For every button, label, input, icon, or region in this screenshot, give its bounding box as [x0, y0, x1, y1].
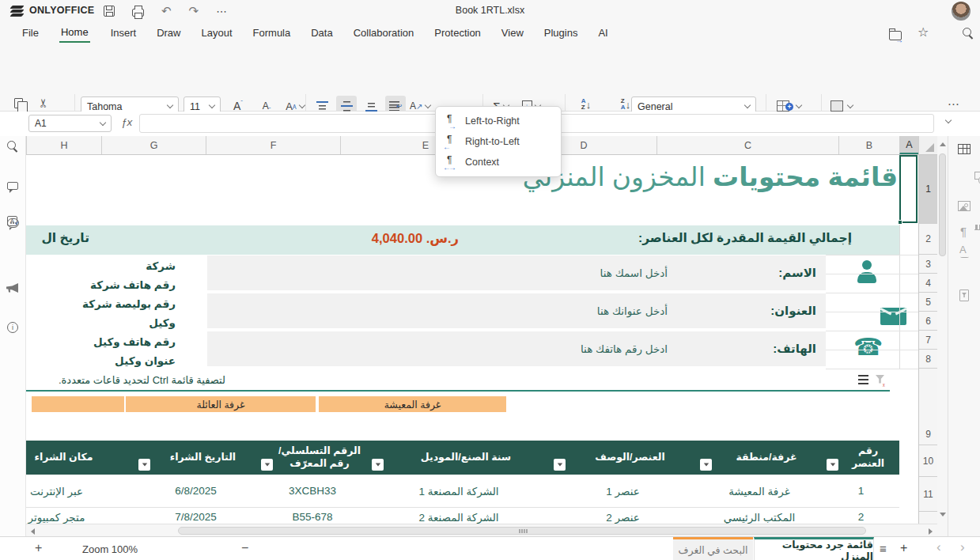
chart-settings-icon[interactable]	[974, 220, 980, 230]
cell-item[interactable]: عنصر 1	[550, 475, 696, 507]
cell-year-model[interactable]: الشركة المصنعة 2	[368, 511, 550, 524]
sidebar-comments-icon[interactable]	[7, 182, 18, 190]
cell-purchase-date[interactable]: 6/8/2025	[134, 475, 257, 507]
clear-slicer-filter-icon[interactable]: ₓ	[876, 374, 887, 386]
contact-field-address[interactable]: العنوان: أدخل عنوانك هنا	[207, 293, 826, 328]
collapse-formula-bar-icon[interactable]	[945, 117, 952, 123]
open-file-location-icon[interactable]	[889, 31, 902, 40]
prev-sheet-button[interactable]: ‹	[936, 539, 941, 555]
favorite-star-icon[interactable]: ☆	[918, 25, 929, 40]
cell-item-number[interactable]: 1	[823, 475, 899, 507]
company-label-4[interactable]: وكيل	[26, 316, 176, 329]
menu-tab-formula[interactable]: Formula	[253, 27, 291, 39]
cell-purchase-place[interactable]: عبر الإنترنت	[26, 475, 134, 507]
column-header-g[interactable]: G	[101, 136, 206, 154]
contact-field-phone[interactable]: الهاتف: ادخل رقم هاتفك هنا	[207, 331, 826, 366]
row-header-4[interactable]: 4	[919, 274, 937, 293]
row-header-6[interactable]: 6	[919, 312, 937, 331]
table-header-serial[interactable]: الرقم التسلسلي/ رقم المعرّف	[257, 441, 368, 475]
sheet-title[interactable]: قائمة محتويات المخزون المنزلي	[523, 161, 898, 192]
selected-cell-a1[interactable]	[899, 155, 918, 223]
table-header-year-model[interactable]: سنة الصنع/الموديل	[368, 441, 550, 475]
scroll-right-icon[interactable]	[929, 528, 933, 535]
menu-tab-layout[interactable]: Layout	[202, 27, 233, 39]
sheet-grid[interactable]: قائمة محتويات المخزون المنزلي إجمالي الق…	[26, 155, 918, 524]
row-header-2[interactable]: 2	[919, 224, 937, 255]
row-header-9[interactable]: 9	[919, 369, 937, 445]
row-header-3[interactable]: 3	[919, 255, 937, 274]
paragraph-settings-icon[interactable]: ¶	[960, 225, 967, 238]
row-header-8[interactable]: 8	[919, 350, 937, 369]
fill-handle[interactable]	[898, 220, 902, 225]
company-label-5[interactable]: رقم هاتف وكيل	[26, 335, 176, 348]
cell-serial[interactable]: B55-678	[257, 511, 368, 524]
menu-tab-file[interactable]: File	[22, 27, 39, 39]
column-header-b[interactable]: B	[838, 136, 899, 154]
row-header-5[interactable]: 5	[919, 293, 937, 312]
table-header-item[interactable]: العنصر/الوصف	[550, 441, 696, 475]
menu-tab-data[interactable]: Data	[311, 27, 332, 39]
menu-tab-insert[interactable]: Insert	[111, 27, 137, 39]
filter-button[interactable]	[261, 459, 273, 471]
sheet-list-button[interactable]: ≡	[880, 542, 887, 555]
sheet-tab-room-search[interactable]: البحث في الغرف	[673, 537, 753, 560]
cell-serial[interactable]: 3XCBH33	[257, 475, 368, 507]
menu-tab-draw[interactable]: Draw	[157, 27, 180, 39]
menu-tab-protection[interactable]: Protection	[434, 27, 481, 39]
zoom-level[interactable]: Zoom 100%	[82, 543, 138, 555]
table-header-purchase-place[interactable]: مكان الشراء	[26, 441, 134, 475]
cell-room[interactable]: المكتب الرئيسي	[696, 511, 823, 524]
row-header-7[interactable]: 7	[919, 331, 937, 350]
scroll-left-icon[interactable]	[31, 528, 35, 535]
column-header-c[interactable]: C	[656, 136, 838, 154]
shape-settings-icon[interactable]	[974, 172, 980, 180]
room-chip-cutoff[interactable]	[32, 396, 124, 412]
user-avatar[interactable]	[952, 2, 971, 21]
room-chip-family[interactable]: غرفة العائلة	[126, 396, 316, 412]
sidebar-feedback-icon[interactable]	[6, 283, 18, 293]
zoom-in-button[interactable]: +	[35, 541, 42, 555]
sidebar-spellcheck-icon[interactable]: A✓	[7, 216, 17, 226]
column-header-h[interactable]: H	[26, 136, 101, 154]
next-sheet-button[interactable]: ›	[960, 539, 965, 555]
add-sheet-button[interactable]: +	[900, 541, 907, 555]
company-label-1[interactable]: شركة	[26, 259, 176, 272]
menu-tab-view[interactable]: View	[501, 27, 524, 39]
cell-settings-icon[interactable]	[958, 144, 971, 154]
cell-purchase-date[interactable]: 7/8/2025	[134, 511, 257, 524]
zoom-out-button[interactable]: −	[241, 541, 248, 555]
menu-tab-home[interactable]: Home	[59, 23, 90, 43]
cell-name-box[interactable]: A1	[28, 115, 112, 132]
scroll-up-icon[interactable]	[940, 142, 946, 146]
column-header-f[interactable]: F	[206, 136, 340, 154]
horizontal-scroll-thumb[interactable]	[178, 527, 866, 535]
table-header-room[interactable]: غرفة/منطقة	[696, 441, 823, 475]
filter-button[interactable]	[372, 459, 384, 471]
cell-item[interactable]: عنصر 2	[550, 511, 696, 524]
scroll-down-icon[interactable]	[940, 513, 946, 516]
filter-button[interactable]	[138, 459, 150, 471]
slicer-settings-icon[interactable]	[959, 289, 969, 301]
copy-button[interactable]	[14, 98, 23, 108]
cell-purchase-place[interactable]: متجر كمبيوتر	[26, 511, 134, 524]
table-header-item-number[interactable]: رقم العنصر	[823, 441, 899, 475]
filter-button[interactable]	[554, 459, 566, 471]
contact-field-name[interactable]: الاسم: أدخل اسمك هنا	[207, 255, 826, 290]
filter-button[interactable]	[827, 459, 838, 471]
summary-band[interactable]: إجمالي القيمة المقدرة لكل العناصر: ر.س. …	[26, 225, 899, 255]
function-icon[interactable]: ƒx	[121, 116, 132, 128]
row-header-11[interactable]: 11	[919, 477, 937, 512]
sheet-tab-inventory-active[interactable]: قائمة جرد محتويات المنزل	[754, 537, 874, 560]
sidebar-about-icon[interactable]: i	[7, 322, 18, 333]
menu-item-right-to-left[interactable]: ¶← Right-to-Left	[436, 131, 561, 152]
vertical-scroll-thumb[interactable]	[939, 153, 946, 256]
slicer-settings-icon[interactable]	[858, 375, 868, 384]
menu-tab-collaboration[interactable]: Collaboration	[354, 27, 414, 39]
vertical-scrollbar[interactable]	[937, 136, 948, 536]
select-all-corner[interactable]	[918, 136, 937, 154]
textart-settings-icon[interactable]: A	[959, 244, 967, 255]
cell-item-number[interactable]: 2	[823, 511, 899, 524]
cut-button[interactable]: ✂	[36, 98, 51, 108]
search-icon[interactable]	[963, 28, 974, 40]
room-chip-living[interactable]: غرفة المعيشة	[319, 396, 506, 412]
